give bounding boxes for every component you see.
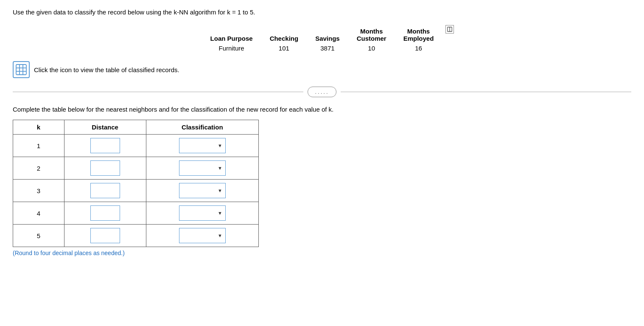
- distance-cell-1: [64, 135, 146, 157]
- classification-select-4[interactable]: GoodBad: [179, 205, 226, 221]
- savings-header: Savings: [307, 26, 348, 44]
- classification-cell-5: GoodBad: [146, 225, 258, 247]
- table-row: 2GoodBad: [13, 157, 259, 180]
- distance-cell-2: [64, 157, 146, 180]
- classification-cell-1: GoodBad: [146, 135, 258, 157]
- classification-select-3[interactable]: GoodBad: [179, 183, 226, 198]
- savings-value: 3871: [307, 44, 348, 53]
- k-cell-5: 5: [13, 225, 64, 247]
- loan-purpose-header: Loan Purpose: [202, 26, 261, 44]
- table-row: 5GoodBad: [13, 225, 259, 247]
- classification-select-wrapper-4: GoodBad: [179, 205, 226, 221]
- classification-select-wrapper-3: GoodBad: [179, 183, 226, 198]
- table-row: 3GoodBad: [13, 180, 259, 202]
- distance-input-3[interactable]: [90, 183, 120, 198]
- distance-header: Distance: [64, 120, 146, 135]
- distance-input-2[interactable]: [90, 160, 120, 176]
- record-table: Loan Purpose Checking Savings MonthsCust…: [202, 26, 442, 53]
- classification-cell-3: GoodBad: [146, 180, 258, 202]
- distance-input-4[interactable]: [90, 205, 120, 221]
- knn-table: k Distance Classification 1GoodBad2GoodB…: [13, 120, 259, 247]
- svg-rect-2: [16, 65, 26, 75]
- table-icon-button[interactable]: [13, 61, 30, 78]
- divider-section: .....: [13, 87, 631, 97]
- months-customer-value: 10: [348, 44, 395, 53]
- divider-dots: .....: [308, 87, 336, 97]
- classification-select-wrapper-2: GoodBad: [179, 160, 226, 176]
- click-instruction-text: Click the icon to view the table of clas…: [34, 66, 179, 73]
- k-cell-1: 1: [13, 135, 64, 157]
- classification-select-5[interactable]: GoodBad: [179, 228, 226, 243]
- classification-header: Classification: [146, 120, 258, 135]
- intro-text: Use the given data to classify the recor…: [13, 8, 631, 16]
- distance-input-5[interactable]: [90, 228, 120, 243]
- distance-cell-5: [64, 225, 146, 247]
- record-table-wrapper: Loan Purpose Checking Savings MonthsCust…: [202, 26, 442, 53]
- distance-cell-4: [64, 202, 146, 225]
- complete-text: Complete the table below for the nearest…: [13, 106, 631, 113]
- months-employed-value: 16: [395, 44, 442, 53]
- click-section: Click the icon to view the table of clas…: [13, 61, 631, 78]
- loan-purpose-value: Furniture: [202, 44, 261, 53]
- distance-cell-3: [64, 180, 146, 202]
- months-employed-header: MonthsEmployed: [395, 26, 442, 44]
- record-section: Loan Purpose Checking Savings MonthsCust…: [13, 26, 631, 53]
- distance-input-1[interactable]: [90, 138, 120, 153]
- divider-line-right: [341, 92, 631, 92]
- classification-cell-2: GoodBad: [146, 157, 258, 180]
- table-row: 1GoodBad: [13, 135, 259, 157]
- divider-line-left: [13, 92, 303, 92]
- months-customer-header: MonthsCustomer: [348, 26, 395, 44]
- classification-select-1[interactable]: GoodBad: [179, 138, 226, 153]
- round-note: (Round to four decimal places as needed.…: [13, 250, 631, 256]
- classification-cell-4: GoodBad: [146, 202, 258, 225]
- classification-select-wrapper-5: GoodBad: [179, 228, 226, 243]
- k-header: k: [13, 120, 64, 135]
- classification-select-2[interactable]: GoodBad: [179, 160, 226, 176]
- k-cell-3: 3: [13, 180, 64, 202]
- k-cell-2: 2: [13, 157, 64, 180]
- expand-icon[interactable]: [445, 25, 454, 34]
- table-row: 4GoodBad: [13, 202, 259, 225]
- checking-value: 101: [261, 44, 307, 53]
- k-cell-4: 4: [13, 202, 64, 225]
- checking-header: Checking: [261, 26, 307, 44]
- classification-select-wrapper-1: GoodBad: [179, 138, 226, 153]
